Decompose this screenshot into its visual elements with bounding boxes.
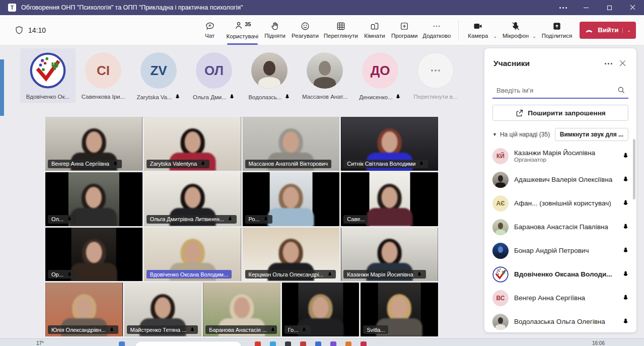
taskbar-app-icon[interactable] — [285, 341, 291, 346]
participant-row[interactable]: Бонар Андрій Петрович — [484, 239, 636, 262]
mic-off-icon — [227, 216, 233, 222]
microphone-button[interactable]: Мікрофон — [500, 16, 531, 45]
video-tile[interactable]: Баранова Анастасія ... — [203, 283, 280, 336]
leave-button[interactable]: Вийти ⌄ — [580, 22, 636, 39]
mic-off-icon — [327, 271, 333, 278]
panel-more-button[interactable] — [601, 56, 615, 71]
taskbar-app-icon[interactable] — [255, 341, 261, 346]
participant-name-tag: Ольга Дмитрівна Литвинен... — [147, 215, 237, 224]
participant-name-tag: Ро... — [245, 215, 272, 224]
participant-name-tag-speaking: Вдовіченко Оксана Володим... — [147, 270, 232, 279]
more-button[interactable]: Додатково — [420, 16, 453, 45]
participant-row[interactable]: Водолазська Ольга Олегівна — [484, 310, 636, 332]
taskbar-app-icon[interactable] — [270, 341, 276, 346]
avatar-logo — [30, 52, 66, 89]
strip-item[interactable]: Массанов Анат... — [297, 48, 352, 103]
meeting-stage: Вдовіченко Ок... СІ Савенкова Іри... ZV … — [0, 45, 644, 338]
video-tile[interactable]: Саве... — [341, 172, 438, 226]
mic-off-icon — [622, 199, 629, 207]
strip-item[interactable]: ZV Zarytska Va... — [131, 48, 186, 103]
video-tile[interactable]: Svitla... — [361, 283, 438, 336]
mute-all-button[interactable]: Вимкнути звук для ... — [555, 128, 628, 141]
participant-row[interactable]: Вдовіченко Оксана Володи... — [484, 262, 636, 286]
participant-row[interactable]: Баранова Анастасія Павлівна — [484, 215, 636, 239]
video-tile[interactable]: Керцман Ольга Олександрі... — [243, 228, 340, 282]
meeting-toolbar: 14:10 Чат 35 Користувачі Підняти Реагува… — [0, 15, 644, 45]
video-tile[interactable]: Венгер Анна Сергіївна — [45, 117, 142, 171]
shield-icon — [14, 25, 24, 35]
participant-name: Бонар Андрій Петрович — [514, 247, 616, 254]
window-more-button[interactable] — [551, 0, 575, 15]
video-tile[interactable]: Zarytska Valentyna — [144, 117, 241, 171]
video-tile[interactable]: Ол... — [45, 172, 142, 226]
strip-item[interactable]: Водолазсь... — [242, 48, 297, 103]
camera-button[interactable]: Камера — [464, 16, 492, 45]
video-tile[interactable]: Массанов Анатолій Вікторович — [243, 117, 340, 171]
chat-button[interactable]: Чат — [196, 16, 224, 45]
camera-options-chevron[interactable]: ⌄ — [493, 34, 497, 39]
react-button[interactable]: Реагувати — [289, 16, 321, 45]
panel-scrollbar[interactable] — [633, 139, 635, 199]
participant-name-tag: Массанов Анатолій Вікторович — [245, 160, 331, 168]
taskbar-app-icon[interactable] — [345, 341, 351, 346]
panel-close-button[interactable] — [615, 56, 629, 71]
window-maximize-button[interactable] — [598, 0, 621, 15]
microphone-options-chevron[interactable]: ⌄ — [532, 34, 536, 39]
taskbar-app-icon[interactable] — [315, 341, 321, 346]
video-tile[interactable]: Ситнік Світлана Володими — [341, 117, 438, 171]
video-tile[interactable]: Го... — [282, 283, 360, 336]
strip-item[interactable]: Вдовіченко Ок... — [20, 48, 76, 103]
participant-row[interactable]: АЄ Афан... (зовнішній користувач) — [484, 191, 636, 215]
video-tile[interactable]: Казанжи Марія Йосипівна — [341, 228, 438, 282]
hang-up-icon — [585, 26, 594, 35]
taskbar-app-icon[interactable] — [361, 341, 367, 346]
search-input[interactable] — [492, 83, 628, 98]
taskbar-search-box[interactable] — [135, 341, 242, 346]
users-button[interactable]: 35 Користувачі — [224, 16, 261, 45]
share-invite-button[interactable]: Поширити запрошення — [492, 105, 628, 121]
mic-off-icon — [112, 161, 118, 167]
section-chevron-icon[interactable]: ▼ — [492, 132, 497, 137]
video-tile[interactable]: Ро... — [243, 172, 340, 226]
avatar-photo — [492, 314, 509, 330]
raise-hand-button[interactable]: Підняти — [261, 16, 289, 45]
strip-item[interactable]: ОЛ Ольга Дми... — [186, 48, 242, 103]
weather-widget[interactable]: 17° — [36, 340, 44, 346]
mic-off-icon — [622, 176, 629, 183]
video-tile[interactable]: Ор... — [45, 228, 142, 282]
window-minimize-button[interactable] — [575, 0, 598, 15]
participant-strip: Вдовіченко Ок... СІ Савенкова Іри... ZV … — [20, 48, 463, 103]
mic-off-icon — [270, 327, 276, 333]
participant-name-tag: Венгер Анна Сергіївна — [48, 160, 122, 168]
participant-row[interactable]: Адашкевич Валерія Олексіївна — [484, 168, 636, 191]
view-button[interactable]: Переглянути — [321, 16, 361, 45]
window-close-button[interactable] — [621, 0, 644, 15]
participant-row[interactable]: КЙ Казанжи Марія Йосипівна Організатор — [484, 144, 636, 168]
mic-off-icon — [622, 318, 629, 325]
taskbar-app-icon[interactable] — [300, 341, 306, 346]
apps-button[interactable]: Програми — [389, 16, 420, 45]
avatar: КЙ — [492, 148, 509, 164]
participants-panel: Учасники Поширити запрошення ▼ На цій на… — [484, 48, 636, 332]
participant-name-tag: Майстренко Тетяна ... — [127, 325, 198, 334]
video-tile[interactable]: Ольга Дмитрівна Литвинен... — [144, 172, 241, 226]
taskbar-app-icon[interactable] — [330, 341, 336, 346]
participant-name-tag: Го... — [284, 325, 311, 334]
strip-item-view-more[interactable]: Переглянути в... — [408, 48, 463, 103]
avatar: ВС — [492, 290, 509, 306]
mic-off-icon — [174, 94, 181, 100]
video-tile[interactable]: Юлія Олександрівн... — [45, 283, 123, 336]
strip-item[interactable]: СІ Савенкова Іри... — [76, 48, 131, 103]
participant-row[interactable]: ВС Венгер Анна Сергіївна — [484, 286, 636, 310]
taskbar-app-icon[interactable] — [119, 341, 125, 346]
mic-off-icon — [109, 327, 115, 333]
leave-options-chevron[interactable]: ⌄ — [622, 28, 631, 33]
avatar: АЄ — [492, 195, 509, 212]
panel-title: Учасники — [493, 59, 601, 68]
video-tile[interactable]: Майстренко Тетяна ... — [124, 283, 202, 336]
video-tile[interactable]: Вдовіченко Оксана Володим... — [144, 228, 241, 282]
strip-item[interactable]: ДО Денисенко... — [352, 48, 408, 103]
rooms-button[interactable]: Кімнати — [361, 16, 389, 45]
mic-off-icon — [66, 271, 73, 278]
share-button[interactable]: Поділитися — [539, 16, 575, 45]
